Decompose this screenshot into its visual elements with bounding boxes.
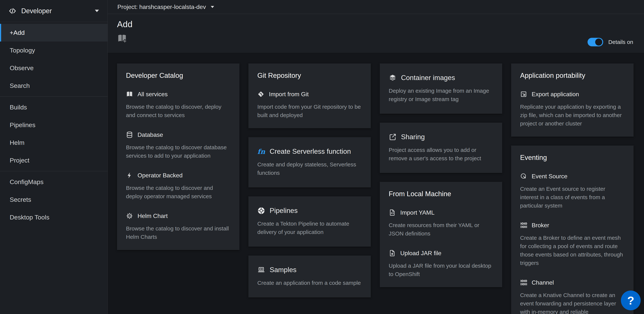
card-column-1: Developer Catalog All services Browse th… bbox=[117, 63, 240, 250]
console-app: Developer +Add Topology Observe Search B… bbox=[0, 0, 644, 314]
bolt-icon bbox=[126, 172, 133, 179]
book-plus-icon bbox=[117, 33, 127, 43]
item-label: Samples bbox=[270, 266, 296, 274]
sidebar-item-label: Secrets bbox=[10, 196, 31, 203]
database-icon bbox=[126, 131, 133, 138]
card-serverless-function[interactable]: fnCreate Serverless function Create and … bbox=[248, 137, 371, 187]
page-title: Add bbox=[117, 19, 634, 29]
sidebar-item-label: Desktop Tools bbox=[10, 214, 50, 221]
perspective-switcher[interactable]: Developer bbox=[0, 0, 108, 22]
item-label: Create Serverless function bbox=[270, 148, 351, 155]
share-square-icon bbox=[389, 133, 396, 141]
action-channel[interactable]: Channel Create a Knative Channel to crea… bbox=[520, 279, 624, 314]
item-label: Sharing bbox=[401, 133, 425, 141]
binary-icon bbox=[520, 222, 527, 229]
item-label: Import from Git bbox=[269, 91, 308, 98]
item-description: Project access allows you to add or remo… bbox=[389, 146, 493, 162]
code-icon bbox=[8, 7, 16, 15]
sidebar-item-project[interactable]: Project bbox=[0, 152, 108, 169]
sidebar-item-topology[interactable]: Topology bbox=[0, 41, 108, 59]
sidebar-item-label: Helm bbox=[10, 139, 24, 146]
card-container-images[interactable]: Container images Deploy an existing Imag… bbox=[380, 63, 502, 114]
sidebar-item-desktop-tools[interactable]: Desktop Tools bbox=[0, 209, 108, 226]
sidebar-item-label: Pipelines bbox=[10, 121, 36, 129]
item-description: Browse the catalog to discover database … bbox=[126, 143, 230, 160]
sidebar-item-label: Search bbox=[10, 82, 30, 89]
action-all-services[interactable]: All services Browse the catalog to disco… bbox=[126, 91, 230, 119]
action-container-images[interactable]: Container images Deploy an existing Imag… bbox=[389, 74, 493, 103]
item-description: Upload a JAR file from your local deskto… bbox=[389, 262, 493, 278]
file-code-icon bbox=[389, 209, 396, 216]
file-upload-icon bbox=[389, 250, 396, 257]
action-export-application[interactable]: Export application Replicate your applic… bbox=[520, 91, 624, 128]
chevron-down-icon bbox=[211, 6, 214, 8]
action-import-yaml[interactable]: Import YAML Create resources from their … bbox=[389, 209, 493, 238]
action-upload-jar-file[interactable]: Upload JAR file Upload a JAR file from y… bbox=[389, 250, 493, 278]
item-label: Pipelines bbox=[270, 207, 298, 215]
sidebar-item-configmaps[interactable]: ConfigMaps bbox=[0, 173, 108, 191]
item-label: Broker bbox=[532, 222, 549, 229]
card-title: Application portability bbox=[520, 72, 624, 79]
sidebar-item-helm[interactable]: Helm bbox=[0, 134, 108, 152]
item-label: Container images bbox=[401, 74, 455, 82]
sidebar-item-add[interactable]: +Add bbox=[0, 24, 108, 41]
action-import-from-git[interactable]: Import from Git Import code from your Gi… bbox=[257, 91, 362, 119]
action-event-source[interactable]: Event Source Create an Event source to r… bbox=[520, 173, 624, 210]
item-label: Export application bbox=[532, 91, 579, 98]
sidebar-item-label: Project bbox=[10, 157, 30, 164]
details-toggle-group: Details on bbox=[588, 38, 633, 46]
sidebar-item-label: Topology bbox=[10, 47, 35, 54]
sidebar-item-observe[interactable]: Observe bbox=[0, 59, 108, 77]
sidebar-item-search[interactable]: Search bbox=[0, 77, 108, 95]
sidebar-item-secrets[interactable]: Secrets bbox=[0, 191, 108, 209]
sidebar-item-builds[interactable]: Builds bbox=[0, 98, 108, 116]
item-description: Create a Tekton Pipeline to automate del… bbox=[257, 219, 362, 236]
action-create-serverless-function[interactable]: fnCreate Serverless function Create and … bbox=[257, 148, 362, 177]
page-header: Add Details on bbox=[108, 14, 644, 53]
action-helm-chart[interactable]: Helm Chart Browse the catalog to discove… bbox=[126, 212, 230, 241]
card-pipelines[interactable]: Pipelines Create a Tekton Pipeline to au… bbox=[248, 196, 371, 247]
item-label: Channel bbox=[532, 279, 554, 286]
card-samples[interactable]: Samples Create an application from a cod… bbox=[248, 256, 371, 298]
card-eventing: Eventing Event Source Create an Event so… bbox=[511, 146, 634, 314]
card-column-3: Container images Deploy an existing Imag… bbox=[380, 63, 502, 287]
item-description: Browse the catalog to discover and insta… bbox=[126, 224, 230, 241]
item-description: Deploy an existing Image from an Image r… bbox=[389, 86, 493, 103]
card-title: Eventing bbox=[520, 154, 624, 162]
export-application-icon bbox=[520, 91, 527, 98]
card-title: Git Repository bbox=[257, 72, 362, 79]
item-label: Import YAML bbox=[400, 209, 434, 216]
item-description: Create resources from their YAML or JSON… bbox=[389, 221, 493, 238]
action-operator-backed[interactable]: Operator Backed Browse the catalog to di… bbox=[126, 172, 230, 200]
item-description: Import code from your Git repository to … bbox=[257, 103, 362, 119]
card-from-local-machine: From Local Machine Import YAML Create re… bbox=[380, 182, 502, 287]
card-sharing[interactable]: Sharing Project access allows you to add… bbox=[380, 123, 502, 173]
sidebar-item-label: +Add bbox=[10, 29, 24, 36]
action-database[interactable]: Database Browse the catalog to discover … bbox=[126, 131, 230, 160]
nav-divider bbox=[0, 96, 108, 97]
action-sharing[interactable]: Sharing Project access allows you to add… bbox=[389, 133, 493, 162]
tekton-pipelines-icon bbox=[257, 207, 265, 215]
item-label: Helm Chart bbox=[138, 213, 168, 219]
details-toggle-label: Details on bbox=[608, 39, 633, 45]
sidebar-item-label: Builds bbox=[10, 104, 27, 111]
masthead: Project: harshcasper-localsta-dev bbox=[108, 0, 644, 14]
action-samples[interactable]: Samples Create an application from a cod… bbox=[257, 266, 362, 287]
action-broker[interactable]: Broker Create a Broker to define an even… bbox=[520, 222, 624, 267]
action-pipelines[interactable]: Pipelines Create a Tekton Pipeline to au… bbox=[257, 207, 362, 236]
perspective-label: Developer bbox=[21, 7, 52, 15]
help-button[interactable]: ? bbox=[621, 291, 641, 310]
card-title: Developer Catalog bbox=[126, 72, 230, 79]
add-page-content: Developer Catalog All services Browse th… bbox=[108, 53, 644, 314]
helm-icon bbox=[126, 212, 133, 219]
git-icon bbox=[257, 91, 264, 98]
laptop-code-icon bbox=[257, 266, 265, 274]
open-book-icon bbox=[126, 91, 133, 98]
project-selector[interactable]: Project: harshcasper-localsta-dev bbox=[118, 3, 214, 10]
card-git-repository: Git Repository Import from Git Import co… bbox=[248, 63, 371, 128]
sidebar-item-pipelines[interactable]: Pipelines bbox=[0, 116, 108, 134]
toggle-knob bbox=[595, 38, 602, 46]
details-toggle[interactable] bbox=[588, 38, 603, 46]
sidebar-item-label: Observe bbox=[10, 64, 34, 72]
item-label: Event Source bbox=[532, 173, 568, 180]
